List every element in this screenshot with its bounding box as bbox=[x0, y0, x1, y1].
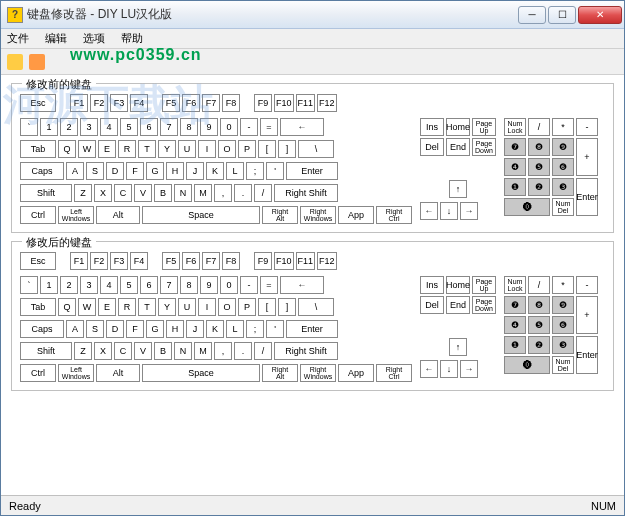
key[interactable]: 3 bbox=[80, 118, 98, 136]
key-num[interactable]: ❻ bbox=[552, 158, 574, 176]
key-pgdn[interactable]: Page Down bbox=[472, 138, 496, 156]
key-ins[interactable]: Ins bbox=[420, 118, 444, 136]
key-numdel[interactable]: Num Del bbox=[552, 356, 574, 374]
key[interactable]: 7 bbox=[160, 118, 178, 136]
key-f3[interactable]: F3 bbox=[110, 94, 128, 112]
key-up[interactable]: ↑ bbox=[449, 180, 467, 198]
key-pgup[interactable]: Page Up bbox=[472, 276, 496, 294]
key[interactable]: G bbox=[146, 162, 164, 180]
key[interactable]: O bbox=[218, 140, 236, 158]
key-enter[interactable]: Enter bbox=[286, 162, 338, 180]
key-down[interactable]: ↓ bbox=[440, 202, 458, 220]
key[interactable]: S bbox=[86, 162, 104, 180]
key[interactable]: E bbox=[98, 140, 116, 158]
key[interactable]: - bbox=[240, 276, 258, 294]
key-f4[interactable]: F4 bbox=[130, 252, 148, 270]
key[interactable]: 9 bbox=[200, 276, 218, 294]
key[interactable]: O bbox=[218, 298, 236, 316]
key-ins[interactable]: Ins bbox=[420, 276, 444, 294]
key[interactable]: U bbox=[178, 140, 196, 158]
key[interactable]: N bbox=[174, 342, 192, 360]
key[interactable]: L bbox=[226, 320, 244, 338]
key-del[interactable]: Del bbox=[420, 138, 444, 156]
tool-icon-1[interactable] bbox=[7, 54, 23, 70]
key[interactable]: Q bbox=[58, 298, 76, 316]
key-rctrl[interactable]: Right Ctrl bbox=[376, 206, 412, 224]
key-numenter[interactable]: Enter bbox=[576, 336, 598, 374]
key[interactable]: 7 bbox=[160, 276, 178, 294]
key-left[interactable]: ← bbox=[420, 360, 438, 378]
key-num[interactable]: - bbox=[576, 276, 598, 294]
key-shift[interactable]: Shift bbox=[20, 184, 72, 202]
key[interactable]: P bbox=[238, 140, 256, 158]
key[interactable]: 0 bbox=[220, 276, 238, 294]
key[interactable]: [ bbox=[258, 140, 276, 158]
key[interactable]: ` bbox=[20, 118, 38, 136]
menu-edit[interactable]: 编辑 bbox=[43, 30, 69, 47]
key-lwin[interactable]: Left Windows bbox=[58, 364, 94, 382]
key[interactable]: . bbox=[234, 342, 252, 360]
key[interactable]: F bbox=[126, 162, 144, 180]
key[interactable]: H bbox=[166, 320, 184, 338]
key-rshift[interactable]: Right Shift bbox=[274, 184, 338, 202]
key-pgdn[interactable]: Page Down bbox=[472, 296, 496, 314]
key-f5[interactable]: F5 bbox=[162, 252, 180, 270]
key[interactable]: P bbox=[238, 298, 256, 316]
key-num[interactable]: ❾ bbox=[552, 138, 574, 156]
key-f12[interactable]: F12 bbox=[317, 94, 337, 112]
close-button[interactable]: ✕ bbox=[578, 6, 622, 24]
key[interactable]: 1 bbox=[40, 276, 58, 294]
key-f7[interactable]: F7 bbox=[202, 94, 220, 112]
key-esc[interactable]: Esc bbox=[20, 94, 56, 112]
key-num0[interactable]: ⓿ bbox=[504, 198, 550, 216]
key-num[interactable]: ❺ bbox=[528, 158, 550, 176]
key[interactable]: D bbox=[106, 162, 124, 180]
key[interactable]: 2 bbox=[60, 118, 78, 136]
key[interactable]: C bbox=[114, 342, 132, 360]
key[interactable]: ' bbox=[266, 162, 284, 180]
key-right[interactable]: → bbox=[460, 360, 478, 378]
key[interactable]: M bbox=[194, 342, 212, 360]
key-numadd[interactable]: + bbox=[576, 138, 598, 176]
key-rwin[interactable]: Right Windows bbox=[300, 364, 336, 382]
key-num[interactable]: Num Lock bbox=[504, 118, 526, 136]
key[interactable]: X bbox=[94, 184, 112, 202]
key[interactable]: Z bbox=[74, 184, 92, 202]
tool-icon-2[interactable] bbox=[29, 54, 45, 70]
key-home[interactable]: Home bbox=[446, 276, 470, 294]
key-num[interactable]: * bbox=[552, 276, 574, 294]
key-alt[interactable]: Alt bbox=[96, 206, 140, 224]
key[interactable]: U bbox=[178, 298, 196, 316]
menu-options[interactable]: 选项 bbox=[81, 30, 107, 47]
key[interactable]: 8 bbox=[180, 118, 198, 136]
key-num[interactable]: - bbox=[576, 118, 598, 136]
key[interactable]: X bbox=[94, 342, 112, 360]
key[interactable]: 1 bbox=[40, 118, 58, 136]
key[interactable]: B bbox=[154, 342, 172, 360]
key-lwin[interactable]: Left Windows bbox=[58, 206, 94, 224]
key-numdel[interactable]: Num Del bbox=[552, 198, 574, 216]
key[interactable]: = bbox=[260, 118, 278, 136]
key[interactable]: C bbox=[114, 184, 132, 202]
key-num[interactable]: ❹ bbox=[504, 316, 526, 334]
key-num[interactable]: ❷ bbox=[528, 178, 550, 196]
key-tab[interactable]: Tab bbox=[20, 140, 56, 158]
key[interactable]: 5 bbox=[120, 118, 138, 136]
key-f10[interactable]: F10 bbox=[274, 94, 294, 112]
key-backspace[interactable]: ← bbox=[280, 118, 324, 136]
key[interactable]: F bbox=[126, 320, 144, 338]
key[interactable]: / bbox=[254, 184, 272, 202]
key[interactable]: R bbox=[118, 298, 136, 316]
menu-file[interactable]: 文件 bbox=[5, 30, 31, 47]
key-num[interactable]: ❹ bbox=[504, 158, 526, 176]
key-f4[interactable]: F4 bbox=[130, 94, 148, 112]
key-f8[interactable]: F8 bbox=[222, 252, 240, 270]
key-num[interactable]: ❽ bbox=[528, 296, 550, 314]
menu-help[interactable]: 帮助 bbox=[119, 30, 145, 47]
key-ctrl[interactable]: Ctrl bbox=[20, 364, 56, 382]
key-ralt[interactable]: Right Alt bbox=[262, 206, 298, 224]
key[interactable]: [ bbox=[258, 298, 276, 316]
key[interactable]: , bbox=[214, 184, 232, 202]
key[interactable]: 4 bbox=[100, 118, 118, 136]
key[interactable]: V bbox=[134, 184, 152, 202]
